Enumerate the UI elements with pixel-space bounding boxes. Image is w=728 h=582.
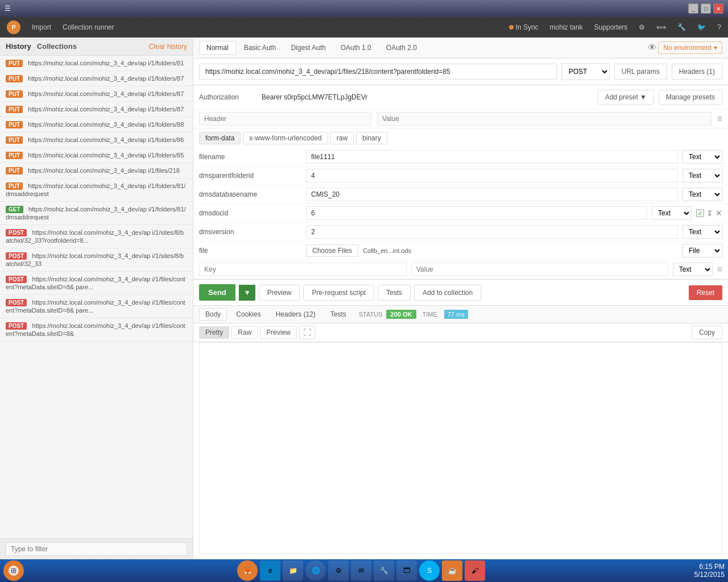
tests-button[interactable]: Tests [378,285,411,301]
method-select[interactable]: POST GET PUT DELETE [561,63,610,80]
field-type-dmsparentfolderid[interactable]: TextFile [682,169,722,182]
field-adjust-icon[interactable]: ⇕ [706,209,713,218]
filter-input[interactable] [6,542,187,556]
list-item[interactable]: GET https://mohiz.local.com/mohiz_3_4_de… [0,202,193,225]
environment-selector[interactable]: No environment ▾ [658,41,722,54]
method-badge: POST [6,252,27,260]
taskbar-window-icon[interactable]: 🗔 [396,560,417,581]
list-item[interactable]: POST https://mohiz.local.com/mohiz_3_4_d… [0,272,193,295]
tab-form-data[interactable]: form-data [199,132,241,144]
response-tab-cookies[interactable]: Cookies [230,309,266,320]
choose-files-button[interactable]: Choose Files [306,244,358,257]
tab-normal[interactable]: Normal [199,41,236,55]
field-type-dmsversion[interactable]: TextFile [682,225,722,239]
manage-presets-button[interactable]: Manage presets [659,90,722,105]
code-icon[interactable]: ⟺ [656,23,666,31]
sidebar-url: https://mohiz.local.com/mohiz_3_4_dev/ap… [6,299,185,314]
taskbar-skype-icon[interactable]: S [419,560,440,581]
start-button[interactable]: ⊞ [3,560,24,581]
field-type-dmsdatabasename[interactable]: TextFile [682,188,722,201]
field-type-new[interactable]: TextFile [673,263,713,276]
field-value-dmsversion[interactable] [306,225,678,239]
eye-icon[interactable]: 👁 [648,43,657,53]
taskbar-folder-icon[interactable]: 📁 [283,560,303,581]
close-button[interactable]: ✕ [713,3,723,14]
field-delete-icon[interactable]: ✕ [715,209,722,218]
taskbar-chrome-icon[interactable]: 🌐 [305,560,326,581]
tab-oauth2[interactable]: OAuth 2.0 [379,41,424,54]
minimize-button[interactable]: _ [688,3,698,14]
tab-oauth1[interactable]: OAuth 1.0 [334,41,378,54]
field-key-new[interactable] [199,263,407,276]
taskbar-firefox-icon[interactable]: 🦊 [237,560,258,581]
sidebar-tab-history[interactable]: History [6,42,31,51]
wrench-icon[interactable]: 🔧 [677,23,686,31]
field-value-dmsdocid[interactable] [306,206,647,220]
send-arrow-button[interactable]: ▼ [239,285,255,301]
field-value-dmsparentfolderid[interactable] [306,169,678,182]
taskbar-settings-icon[interactable]: ⚙ [328,560,349,581]
field-value-filename[interactable] [306,150,678,164]
list-item[interactable]: PUT https://mohiz.local.com/mohiz_3_4_de… [0,86,193,102]
help-icon[interactable]: ? [717,23,721,31]
list-item[interactable]: POST https://mohiz.local.com/mohiz_3_4_d… [0,225,193,248]
import-menu-item[interactable]: Import [32,23,51,31]
sidebar-url: https://mohiz.local.com/mohiz_3_4_dev/ap… [6,276,185,290]
reset-button[interactable]: Reset [689,285,722,300]
header-value-input[interactable] [377,112,712,126]
method-badge: PUT [6,60,23,67]
list-item[interactable]: PUT https://mohiz.local.com/mohiz_3_4_de… [0,56,193,71]
send-button[interactable]: Send [199,284,235,301]
taskbar-tool-icon[interactable]: 🔧 [374,560,394,581]
settings-icon[interactable]: ⚙ [639,23,645,31]
list-item[interactable]: PUT https://mohiz.local.com/mohiz_3_4_de… [0,71,193,86]
taskbar-ie-icon[interactable]: e [260,560,280,581]
response-tab-tests[interactable]: Tests [325,309,352,320]
field-type-file[interactable]: FileText [682,244,722,257]
header-key-input[interactable] [199,112,371,126]
pre-request-script-button[interactable]: Pre-request script [303,285,374,301]
taskbar-java-icon[interactable]: ☕ [442,560,462,581]
taskbar-paint-icon[interactable]: 🖌 [465,560,485,581]
list-item[interactable]: PUT https://mohiz.local.com/mohiz_3_4_de… [0,178,193,202]
maximize-button[interactable]: □ [701,3,711,14]
preview-button[interactable]: Preview [259,285,300,301]
tab-basic-auth[interactable]: Basic Auth [237,41,283,54]
sidebar-tab-collections[interactable]: Collections [37,42,77,51]
list-item[interactable]: POST https://mohiz.local.com/mohiz_3_4_d… [0,318,193,342]
tab-raw[interactable]: raw [330,132,354,144]
format-pretty-button[interactable]: Pretty [199,326,229,339]
field-value-dmsdatabasename[interactable] [306,188,678,201]
field-type-dmsdocid[interactable]: TextFile [652,206,692,220]
add-to-collection-button[interactable]: Add to collection [414,285,481,301]
url-params-button[interactable]: URL params [614,64,667,80]
field-type-filename[interactable]: TextFile [682,150,722,164]
format-preview-button[interactable]: Preview [260,326,297,339]
add-preset-button[interactable]: Add preset [598,90,654,105]
list-item[interactable]: PUT https://mohiz.local.com/mohiz_3_4_de… [0,132,193,148]
field-checkbox-dmsdocid[interactable] [696,209,704,217]
list-item[interactable]: PUT https://mohiz.local.com/mohiz_3_4_de… [0,163,193,178]
copy-button[interactable]: Copy [692,326,722,339]
field-value-new[interactable] [411,263,668,276]
twitter-icon[interactable]: 🐦 [697,23,706,31]
list-item[interactable]: POST https://mohiz.local.com/mohiz_3_4_d… [0,248,193,272]
list-item[interactable]: PUT https://mohiz.local.com/mohiz_3_4_de… [0,148,193,163]
list-item[interactable]: PUT https://mohiz.local.com/mohiz_3_4_de… [0,102,193,117]
headers-button[interactable]: Headers (1) [672,64,722,80]
collection-runner-menu-item[interactable]: Collection runner [63,23,114,31]
tab-binary[interactable]: binary [356,132,387,144]
format-raw-button[interactable]: Raw [231,326,258,339]
fullscreen-icon[interactable]: ⛶ [299,326,315,339]
header-menu-icon[interactable]: ≡ [717,114,722,124]
taskbar-mail-icon[interactable]: ✉ [351,560,371,581]
new-field-menu-icon[interactable]: ≡ [717,264,722,275]
list-item[interactable]: PUT https://mohiz.local.com/mohiz_3_4_de… [0,117,193,132]
response-tab-body[interactable]: Body [199,308,227,321]
url-input[interactable] [199,64,557,80]
clear-history-button[interactable]: Clear history [149,43,187,51]
list-item[interactable]: POST https://mohiz.local.com/mohiz_3_4_d… [0,295,193,318]
tab-digest-auth[interactable]: Digest Auth [284,41,332,54]
tab-urlencoded[interactable]: x-www-form-urlencoded [243,132,328,144]
response-tab-headers[interactable]: Headers (12) [270,309,321,320]
